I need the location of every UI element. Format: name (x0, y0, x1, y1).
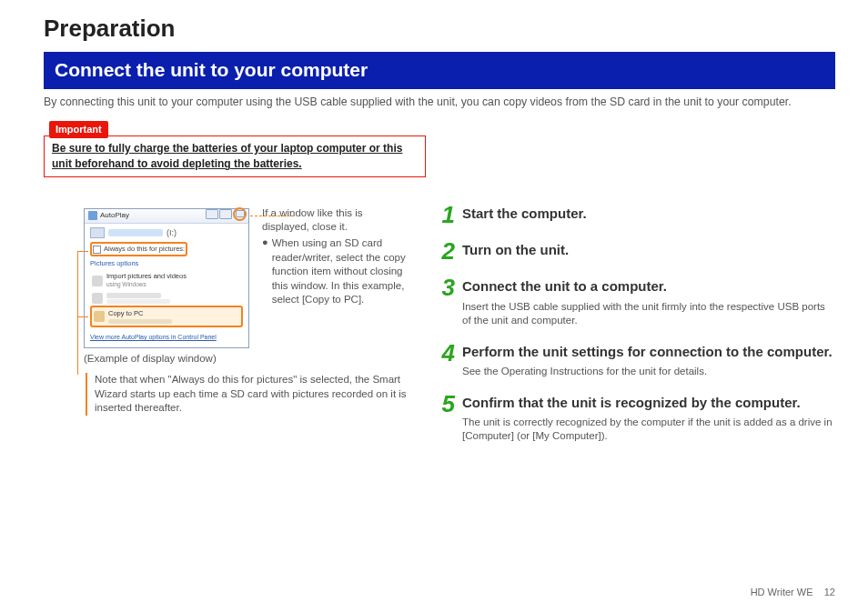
section-banner: Connect the unit to your computer (44, 52, 835, 89)
step-desc: The unit is correctly recognized by the … (462, 416, 835, 444)
left-column: AutoPlay (44, 203, 408, 456)
step-desc: See the Operating Instructions for the u… (462, 365, 835, 379)
footer-page: 12 (824, 587, 835, 597)
page-title: Preparation (44, 13, 835, 45)
connector-left-v (77, 251, 78, 375)
section-label: Pictures options (90, 259, 243, 268)
drive-row: (I:) (90, 227, 243, 238)
option-icon (92, 293, 103, 304)
step-title: Turn on the unit. (462, 241, 835, 259)
drive-label-blur (108, 229, 163, 236)
autoplay-footer-link: View more AutoPlay options in Control Pa… (90, 333, 243, 341)
step-title: Confirm that the unit is recognized by t… (462, 394, 835, 412)
step-number: 5 (435, 392, 455, 444)
connector-left-h2 (77, 316, 88, 317)
option-blur-sub (106, 299, 170, 304)
example-caption: (Example of display window) (84, 352, 408, 366)
step-desc: Insert the USB cable supplied with the u… (462, 300, 835, 328)
checkbox-icon (93, 246, 101, 254)
steps-column: 1 Start the computer. 2 Turn on the unit… (435, 203, 835, 456)
minimize-button (206, 209, 218, 219)
step-1: 1 Start the computer. (435, 203, 835, 226)
side-note: If a window like this is displayed, clos… (262, 203, 408, 307)
autoplay-title: AutoPlay (100, 211, 129, 221)
option-blurred (90, 291, 243, 306)
copy-icon (94, 311, 105, 322)
always-checkbox-highlight: Always do this for pictures: (90, 242, 187, 256)
import-icon (92, 276, 103, 286)
important-callout: Important Be sure to fully charge the ba… (44, 119, 835, 177)
connector-close (250, 216, 294, 216)
important-text: Be sure to fully charge the batteries of… (52, 142, 402, 171)
option-blur-title (106, 293, 161, 298)
step-title: Connect the unit to a computer. (462, 277, 835, 296)
important-box: Be sure to fully charge the batteries of… (44, 135, 426, 177)
step-number: 1 (435, 203, 455, 226)
checkbox-label: Always do this for pictures: (104, 245, 185, 254)
footer-product: HD Writer WE (751, 587, 813, 597)
drive-suffix: (I:) (167, 227, 177, 238)
autoplay-titlebar: AutoPlay (85, 209, 248, 224)
maximize-button (219, 209, 232, 219)
step-number: 2 (435, 239, 455, 263)
autoplay-window: AutoPlay (84, 208, 249, 348)
option-import-title: Import pictures and videos (106, 272, 187, 281)
option-copy-sub-blur (108, 319, 172, 324)
option-import-sub: using Windows (106, 281, 187, 289)
step-4: 4 Perform the unit settings for connecti… (435, 341, 835, 379)
step-2: 2 Turn on the unit. (435, 239, 835, 263)
autoplay-icon (88, 211, 97, 220)
page-footer: HD Writer WE 12 (751, 586, 835, 599)
step-3: 3 Connect the unit to a computer. Insert… (435, 276, 835, 327)
below-note: Note that when "Always do this for pictu… (86, 373, 408, 416)
step-number: 4 (435, 341, 455, 379)
step-title: Start the computer. (462, 205, 835, 223)
connector-left-h1 (77, 251, 88, 252)
drive-icon (90, 227, 105, 238)
side-note-line1: If a window like this is displayed, clos… (262, 206, 408, 235)
important-tag: Important (49, 121, 108, 138)
option-import: Import pictures and videos using Windows (90, 270, 243, 291)
close-button-highlight (233, 207, 247, 221)
step-5: 5 Confirm that the unit is recognized by… (435, 392, 835, 444)
option-copy-to-pc-highlight: Copy to PC (90, 306, 243, 327)
close-icon (236, 210, 245, 217)
bullet-icon: ● (262, 236, 268, 307)
step-title: Perform the unit settings for connection… (462, 343, 835, 361)
option-copy-title: Copy to PC (108, 309, 172, 318)
step-number: 3 (435, 276, 455, 327)
side-note-bullet: When using an SD card reader/writer, sel… (272, 236, 408, 307)
intro-text: By connecting this unit to your computer… (44, 95, 835, 110)
